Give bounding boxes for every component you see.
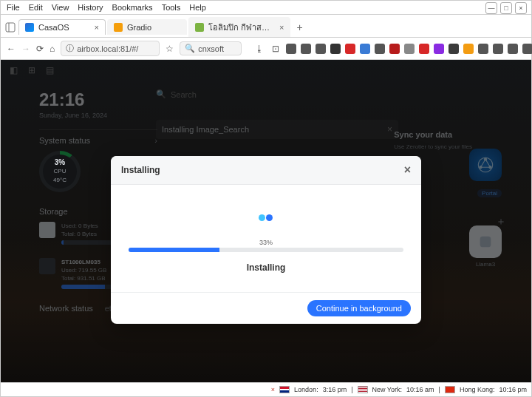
browser-tab-strip: CasaOS × Gradio โอลิมปิก กีฬาสมานฉันท์ ห… xyxy=(1,15,531,38)
menu-help[interactable]: Help xyxy=(189,3,206,12)
extension-icon[interactable] xyxy=(301,44,311,54)
progress-percent: 33% xyxy=(129,239,403,246)
tab-gradio[interactable]: Gradio xyxy=(107,19,187,35)
gradio-favicon xyxy=(114,23,123,32)
us-flag-icon xyxy=(358,386,368,393)
url-input[interactable]: ⓘ airbox.local:81/#/ xyxy=(61,41,160,56)
london-time: 3:16 pm xyxy=(323,386,347,393)
home-button[interactable]: ⌂ xyxy=(50,43,55,55)
close-icon[interactable]: × xyxy=(404,163,411,177)
back-button[interactable]: ← xyxy=(7,43,16,55)
dialog-title: Installing xyxy=(121,165,160,175)
tab-casaos[interactable]: CasaOS × xyxy=(18,19,106,35)
downloads-icon[interactable]: ⭳ xyxy=(253,43,265,55)
menu-file[interactable]: File xyxy=(7,3,20,12)
uk-flag-icon xyxy=(279,386,290,393)
maximize-button[interactable]: □ xyxy=(500,2,512,14)
hk-flag-icon xyxy=(445,386,455,393)
menu-edit[interactable]: Edit xyxy=(29,3,43,12)
progress-status: Installing xyxy=(129,262,403,273)
search-icon: 🔍 xyxy=(185,44,195,53)
extension-icon[interactable] xyxy=(478,44,488,54)
lock-icon: ⓘ xyxy=(66,43,74,54)
hk-label: Hong Kong: xyxy=(460,386,495,393)
extension-icon[interactable] xyxy=(286,44,296,54)
extension-icon[interactable] xyxy=(449,44,459,54)
extension-icon[interactable] xyxy=(522,44,532,54)
extension-icon[interactable] xyxy=(463,44,474,54)
system-taskbar: × London: 3:16 pm | New York: 10:16 am |… xyxy=(1,382,531,396)
page-favicon xyxy=(195,23,204,32)
cpu-percent: 3% xyxy=(53,158,66,167)
toolbar-extensions: ⭳ ⊡ ≫ ≡ xyxy=(253,43,532,55)
dialog-layer: Installing × 33% Installing Continue in … xyxy=(1,60,531,382)
continue-background-button[interactable]: Continue in background xyxy=(307,300,411,316)
sidebar-toggle-icon[interactable] xyxy=(4,21,17,34)
search-text: cnxsoft xyxy=(198,44,224,53)
london-label: London: xyxy=(294,386,318,393)
page-content: ◧ ⊞ ▤ 21:16 Sunday, June 16, 2024 System… xyxy=(1,60,531,382)
tab-label: โอลิมปิก กีฬาสมานฉันท์ ห xyxy=(208,21,275,34)
extension-icon[interactable] xyxy=(493,44,503,54)
close-icon[interactable]: × xyxy=(95,23,99,32)
url-text: airbox.local:81/#/ xyxy=(77,44,138,53)
search-input[interactable]: 🔍 cnxsoft xyxy=(180,41,242,55)
close-button[interactable]: × xyxy=(515,2,527,14)
installing-dialog: Installing × 33% Installing Continue in … xyxy=(111,156,421,324)
menu-view[interactable]: View xyxy=(52,3,69,12)
tab-label: CasaOS xyxy=(38,23,69,32)
menu-tools[interactable]: Tools xyxy=(162,3,181,12)
account-icon[interactable]: ⊡ xyxy=(270,43,282,55)
loading-icon xyxy=(259,214,274,221)
extension-icon[interactable] xyxy=(419,44,429,54)
cpu-temp: 49°C xyxy=(53,176,66,185)
menu-bookmarks[interactable]: Bookmarks xyxy=(112,3,153,12)
new-tab-button[interactable]: + xyxy=(292,21,307,33)
tab-label: Gradio xyxy=(127,23,151,32)
svg-rect-0 xyxy=(6,23,15,32)
address-bar: ← → ⟳ ⌂ ⓘ airbox.local:81/#/ ☆ 🔍 cnxsoft… xyxy=(1,38,531,60)
extension-icon[interactable] xyxy=(316,44,326,54)
extension-icon[interactable] xyxy=(404,44,415,54)
forward-button[interactable]: → xyxy=(21,43,30,55)
extension-icon[interactable] xyxy=(389,44,400,54)
bookmark-star-icon[interactable]: ☆ xyxy=(166,43,174,55)
clock-indicator-icon: × xyxy=(271,386,275,393)
cpu-label: CPU xyxy=(53,167,66,176)
close-icon[interactable]: × xyxy=(279,23,284,32)
window-controls: — □ × xyxy=(485,2,527,14)
hk-time: 10:16 pm xyxy=(499,386,527,393)
extension-icon[interactable] xyxy=(434,44,444,54)
extension-icon[interactable] xyxy=(330,44,341,54)
extension-icon[interactable] xyxy=(508,44,518,54)
ny-time: 10:16 am xyxy=(406,386,434,393)
extension-icon[interactable] xyxy=(375,44,385,54)
casaos-favicon xyxy=(25,23,34,32)
progress-bar xyxy=(129,248,403,252)
minimize-button[interactable]: — xyxy=(485,2,497,14)
ny-label: New York: xyxy=(372,386,403,393)
tab-olympic[interactable]: โอลิมปิก กีฬาสมานฉันท์ ห × xyxy=(188,17,290,37)
reload-button[interactable]: ⟳ xyxy=(36,43,44,55)
menubar: File Edit View History Bookmarks Tools H… xyxy=(1,1,531,15)
extension-icon[interactable] xyxy=(345,44,355,54)
menu-history[interactable]: History xyxy=(78,3,103,12)
extension-icon[interactable] xyxy=(360,44,370,54)
